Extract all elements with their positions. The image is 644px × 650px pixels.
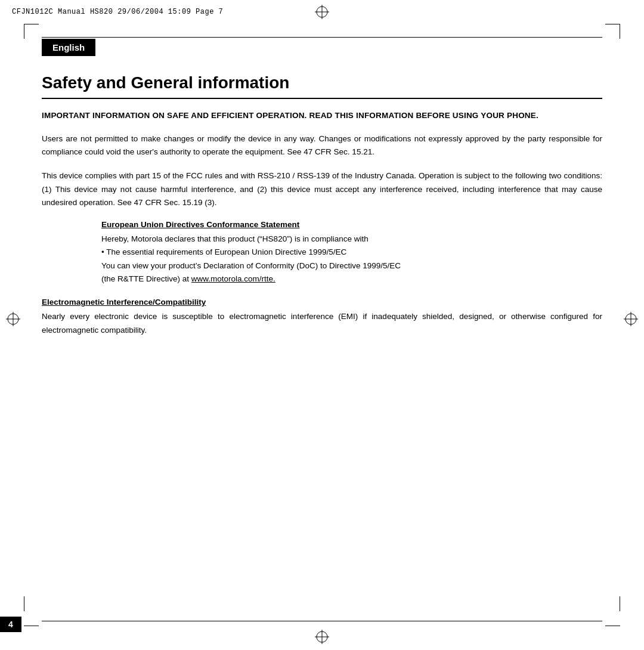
eu-line1: Hereby, Motorola declares that this prod…: [101, 233, 602, 246]
reg-mark-right: [624, 312, 638, 326]
important-notice: IMPORTANT INFORMATION ON SAFE AND EFFICI…: [42, 110, 602, 122]
crop-tl-h: [24, 24, 39, 24]
top-divider: [42, 37, 602, 38]
crop-tl-v: [24, 24, 24, 39]
emi-section: Electromagnetic Interference/Compatibili…: [42, 298, 602, 337]
crop-br-v: [620, 596, 620, 611]
eu-line3: You can view your product’s Declaration …: [101, 259, 602, 273]
crop-bl-h: [24, 626, 39, 626]
crop-bl-v: [24, 596, 24, 611]
reg-mark-bottom: [315, 630, 329, 644]
eu-section: European Union Directives Conformance St…: [101, 220, 602, 286]
eu-bullet: • The essential requirements of European…: [101, 246, 602, 259]
bottom-divider: [42, 621, 602, 621]
crop-tr-h: [605, 24, 620, 24]
page-number-badge: 4: [0, 617, 21, 632]
paragraph-1: Users are not permitted to make changes …: [42, 132, 602, 159]
content-area: English Safety and General information I…: [42, 39, 602, 602]
english-badge: English: [42, 39, 95, 56]
eu-link: www.motorola.com/rtte.: [191, 274, 275, 283]
main-heading: Safety and General information: [42, 73, 602, 99]
eu-bullet-text: • The essential requirements of European…: [101, 246, 346, 259]
reg-mark-left: [6, 312, 20, 326]
page-number: 4: [8, 620, 13, 629]
page-container: CFJN1012C Manual HS820 29/06/2004 15:09 …: [0, 0, 644, 650]
print-info: CFJN1012C Manual HS820 29/06/2004 15:09 …: [12, 8, 223, 16]
paragraph-2: This device complies with part 15 of the…: [42, 169, 602, 209]
emi-section-body: Nearly every electronic device is suscep…: [42, 310, 602, 337]
header-bar: CFJN1012C Manual HS820 29/06/2004 15:09 …: [0, 0, 644, 24]
crop-tr-v: [620, 24, 620, 39]
crop-br-h: [605, 626, 620, 626]
eu-section-heading: European Union Directives Conformance St…: [101, 220, 602, 229]
eu-line4-text: (the R&TTE Directive) at: [101, 274, 191, 283]
eu-line4: (the R&TTE Directive) at www.motorola.co…: [101, 273, 602, 286]
eu-section-body: Hereby, Motorola declares that this prod…: [101, 233, 602, 286]
emi-section-heading: Electromagnetic Interference/Compatibili…: [42, 298, 602, 307]
